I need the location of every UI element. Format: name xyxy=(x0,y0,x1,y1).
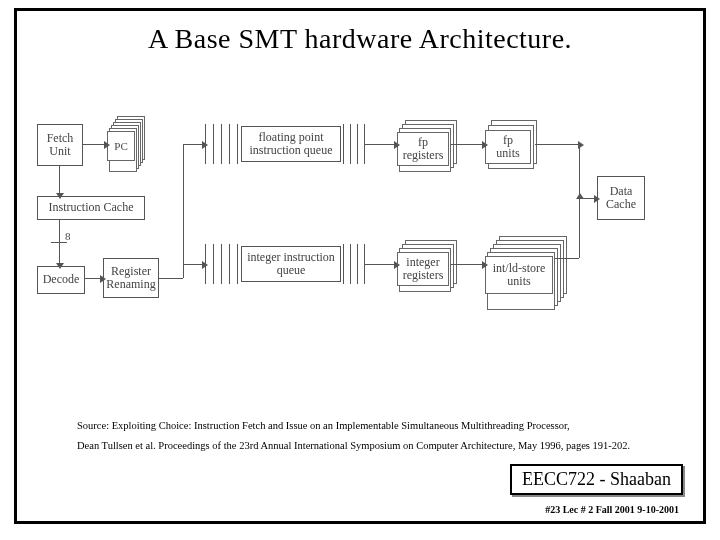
slide-frame: A Base SMT hardware Architecture. Fetch … xyxy=(14,8,706,524)
intld-units-box: int/ld-store units xyxy=(485,256,553,294)
intld-units-stack: int/ld-store units xyxy=(485,236,553,294)
source-line-1: Source: Exploiting Choice: Instruction F… xyxy=(77,420,570,431)
conn-fpreg-fpu xyxy=(451,144,483,145)
conn-fetch-pc xyxy=(83,144,105,145)
bus-width-label: 8 xyxy=(65,230,71,242)
data-cache-box: Data Cache xyxy=(597,176,645,220)
register-renaming-box: Register Renaming xyxy=(103,258,159,298)
instruction-cache-box: Instruction Cache xyxy=(37,196,145,220)
conn-to-fpq xyxy=(183,144,203,145)
conn-intreg-intld xyxy=(451,264,483,265)
pc-stack: PC xyxy=(107,116,135,160)
pc-box: PC xyxy=(107,131,135,161)
decode-box: Decode xyxy=(37,266,85,294)
conn-fpq-fpreg xyxy=(365,144,395,145)
footer-course: EECC722 - Shaaban xyxy=(510,464,683,495)
conn-rename-vert xyxy=(183,144,184,278)
conn-rename-split xyxy=(159,278,183,279)
fp-registers-stack: fp registers xyxy=(397,120,449,164)
conn-fpu-dcache-v xyxy=(579,144,580,198)
int-registers-box: integer registers xyxy=(397,252,449,286)
int-registers-stack: integer registers xyxy=(397,240,449,284)
fp-queue-slots xyxy=(205,124,239,164)
conn-to-intq xyxy=(183,264,203,265)
int-queue-slots-right xyxy=(343,244,365,284)
conn-intq-intreg xyxy=(365,264,395,265)
int-queue-box: integer instruction queue xyxy=(241,246,341,282)
conn-bus-tick xyxy=(51,242,67,243)
fetch-unit-box: Fetch Unit xyxy=(37,124,83,166)
conn-intld-dcache-v xyxy=(579,198,580,258)
fp-registers-box: fp registers xyxy=(397,132,449,166)
fp-queue-box: floating point instruction queue xyxy=(241,126,341,162)
conn-decode-rename xyxy=(85,278,101,279)
source-line-2: Dean Tullsen et al. Proceedings of the 2… xyxy=(77,440,630,451)
fp-units-stack: fp units xyxy=(485,120,531,164)
architecture-diagram: Fetch Unit PC Instruction Cache Decode R… xyxy=(37,116,687,366)
conn-fpu-out xyxy=(535,144,579,145)
int-queue-slots xyxy=(205,244,239,284)
fp-queue-slots-right xyxy=(343,124,365,164)
footer-meta: #23 Lec # 2 Fall 2001 9-10-2001 xyxy=(545,504,679,515)
conn-fetch-icache xyxy=(59,166,60,194)
conn-intld-out xyxy=(555,258,579,259)
slide-title: A Base SMT hardware Architecture. xyxy=(17,23,703,55)
fp-units-box: fp units xyxy=(485,130,531,164)
